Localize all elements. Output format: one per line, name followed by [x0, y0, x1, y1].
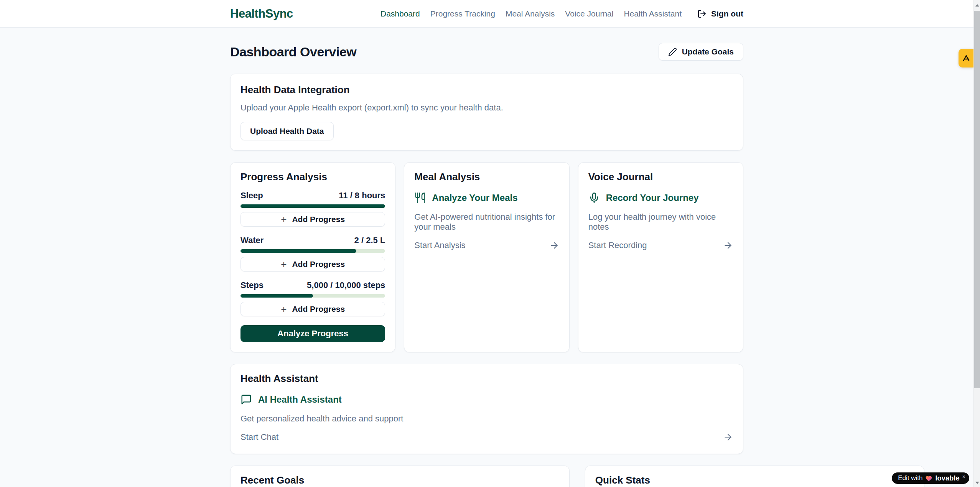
nav-progress-tracking[interactable]: Progress Tracking: [430, 9, 495, 18]
nav-dashboard[interactable]: Dashboard: [380, 9, 420, 18]
water-goal: Water 2 / 2.5 L + Add Progress: [240, 235, 385, 271]
upload-health-data-button[interactable]: Upload Health Data: [240, 122, 334, 140]
top-nav: HealthSync Dashboard Progress Tracking M…: [0, 0, 973, 28]
edit-with-label: Edit with: [898, 474, 922, 482]
page-title: Dashboard Overview: [230, 44, 356, 59]
sign-out-label: Sign out: [711, 9, 743, 18]
sign-out-button[interactable]: Sign out: [697, 9, 743, 18]
heart-icon: [925, 475, 932, 482]
start-analysis-label: Start Analysis: [414, 240, 465, 250]
logout-icon: [697, 9, 707, 18]
scrollbar-up-arrow[interactable]: [974, 2, 980, 8]
health-data-title: Health Data Integration: [240, 84, 733, 96]
lovable-label: lovable: [935, 474, 959, 482]
start-recording-label: Start Recording: [588, 240, 647, 250]
steps-label: Steps: [240, 280, 264, 290]
add-progress-label: Add Progress: [292, 260, 345, 269]
analyze-your-meals-link[interactable]: Analyze Your Meals: [414, 192, 559, 204]
lovable-edit-button[interactable]: [959, 49, 973, 67]
water-label: Water: [240, 235, 264, 245]
meal-analysis-card: Meal Analysis Analyze Your Meals Get AI-…: [404, 162, 569, 352]
recent-goals-card: Recent Goals Select Date Today Yesterday…: [230, 466, 570, 487]
add-steps-progress-button[interactable]: + Add Progress: [240, 302, 385, 316]
update-goals-button[interactable]: Update Goals: [659, 43, 743, 61]
health-assistant-description: Get personalized health advice and suppo…: [240, 414, 733, 424]
meal-analysis-description: Get AI-powered nutritional insights for …: [414, 212, 559, 232]
steps-progress-bar: [240, 294, 385, 298]
voice-journal-description: Log your health journey with voice notes: [588, 212, 733, 232]
pencil-icon: [668, 48, 677, 56]
lovable-logo-icon: [962, 54, 971, 63]
voice-journal-title: Voice Journal: [588, 171, 733, 183]
lovable-badge[interactable]: Edit with lovable ×: [892, 472, 969, 484]
analyze-progress-button[interactable]: Analyze Progress: [240, 325, 385, 342]
voice-journal-card: Voice Journal Record Your Journey Log yo…: [578, 162, 743, 352]
app-logo[interactable]: HealthSync: [230, 7, 293, 21]
sleep-goal: Sleep 11 / 8 hours + Add Progress: [240, 191, 385, 227]
mic-icon: [588, 192, 600, 204]
plus-icon: +: [281, 304, 287, 314]
nav-health-assistant[interactable]: Health Assistant: [624, 9, 682, 18]
dashboard-main: Dashboard Overview Update Goals Health D…: [230, 43, 743, 487]
water-progress-bar: [240, 249, 385, 253]
steps-value: 5,000 / 10,000 steps: [307, 280, 385, 290]
ai-health-assistant-label: AI Health Assistant: [258, 394, 342, 405]
upload-health-data-label: Upload Health Data: [250, 127, 324, 136]
steps-goal: Steps 5,000 / 10,000 steps + Add Progres…: [240, 280, 385, 316]
plus-icon: +: [281, 259, 287, 269]
add-progress-label: Add Progress: [292, 304, 345, 314]
plus-icon: +: [281, 214, 287, 224]
health-data-description: Upload your Apple Health export (export.…: [240, 103, 733, 113]
start-chat-label: Start Chat: [240, 432, 278, 442]
update-goals-label: Update Goals: [682, 47, 734, 56]
add-sleep-progress-button[interactable]: + Add Progress: [240, 212, 385, 227]
analyze-progress-label: Analyze Progress: [277, 329, 348, 339]
add-water-progress-button[interactable]: + Add Progress: [240, 257, 385, 271]
start-recording-button[interactable]: Start Recording: [588, 240, 733, 250]
progress-analysis-card: Progress Analysis Sleep 11 / 8 hours + A…: [230, 162, 395, 352]
start-chat-button[interactable]: Start Chat: [240, 432, 733, 442]
utensils-icon: [414, 192, 426, 204]
arrow-right-icon: [549, 240, 559, 250]
meal-analysis-title: Meal Analysis: [414, 171, 559, 183]
scrollbar-thumb[interactable]: [974, 11, 980, 388]
nav-voice-journal[interactable]: Voice Journal: [565, 9, 613, 18]
recent-goals-title: Recent Goals: [240, 474, 559, 486]
sleep-value: 11 / 8 hours: [339, 191, 385, 201]
arrow-right-icon: [723, 240, 733, 250]
record-your-journey-label: Record Your Journey: [606, 192, 699, 203]
scrollbar[interactable]: [973, 0, 980, 487]
main-nav: Dashboard Progress Tracking Meal Analysi…: [380, 9, 743, 18]
analyze-your-meals-label: Analyze Your Meals: [432, 192, 517, 203]
sleep-progress-bar: [240, 204, 385, 208]
quick-stats-title: Quick Stats: [595, 474, 914, 486]
quick-stats-card: Quick Stats Select Date Today Yesterday …: [585, 466, 924, 487]
chat-bubble-icon: [240, 394, 252, 405]
badge-close-icon[interactable]: ×: [962, 474, 965, 480]
ai-health-assistant-link[interactable]: AI Health Assistant: [240, 394, 733, 405]
add-progress-label: Add Progress: [292, 215, 345, 224]
nav-meal-analysis[interactable]: Meal Analysis: [506, 9, 555, 18]
start-analysis-button[interactable]: Start Analysis: [414, 240, 559, 250]
record-your-journey-link[interactable]: Record Your Journey: [588, 192, 733, 204]
water-value: 2 / 2.5 L: [354, 235, 385, 245]
health-assistant-title: Health Assistant: [240, 373, 733, 385]
arrow-right-icon: [723, 432, 733, 442]
health-assistant-card: Health Assistant AI Health Assistant Get…: [230, 364, 743, 454]
sleep-label: Sleep: [240, 191, 263, 201]
scrollbar-down-arrow[interactable]: [974, 479, 980, 486]
progress-analysis-title: Progress Analysis: [240, 171, 385, 183]
health-data-integration-card: Health Data Integration Upload your Appl…: [230, 74, 743, 151]
